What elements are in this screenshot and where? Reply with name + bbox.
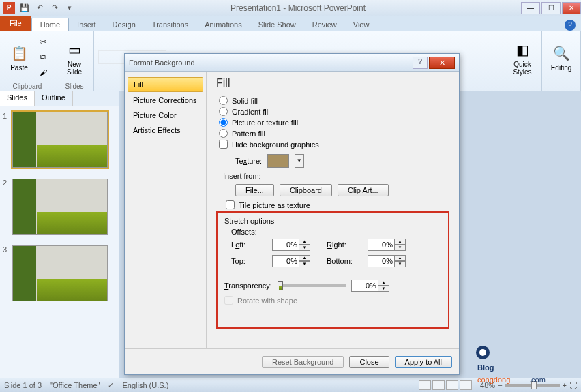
slide-thumbnail-1[interactable] xyxy=(12,112,108,168)
tab-slides-thumbnails[interactable]: Slides xyxy=(0,91,35,106)
nav-artistic-effects[interactable]: Artistic Effects xyxy=(128,123,203,137)
radio-pattern-fill[interactable] xyxy=(219,129,228,138)
insert-clipart-button[interactable]: Clip Art... xyxy=(338,184,389,196)
close-dialog-button[interactable]: Close xyxy=(349,356,389,368)
dialog-footer: Reset Background Close Apply to All xyxy=(125,348,459,374)
slideshow-view-icon[interactable] xyxy=(460,380,472,390)
offset-left-label: Left: xyxy=(231,241,265,249)
sorter-view-icon[interactable] xyxy=(432,380,445,390)
transparency-input[interactable] xyxy=(351,280,378,292)
new-slide-button[interactable]: ▭ New Slide xyxy=(59,37,89,77)
texture-swatch[interactable] xyxy=(267,154,289,168)
spin-up-icon[interactable]: ▲ xyxy=(378,280,389,286)
offset-bottom-input[interactable] xyxy=(368,255,395,267)
quick-styles-button[interactable]: ◧ Quick Styles xyxy=(507,37,537,77)
theme-name: "Office Theme" xyxy=(50,381,100,389)
maximize-button[interactable]: ☐ xyxy=(541,2,561,14)
normal-view-icon[interactable] xyxy=(419,380,431,390)
offset-left-input[interactable] xyxy=(272,239,299,251)
slide-counter: Slide 1 of 3 xyxy=(4,381,42,389)
dialog-titlebar[interactable]: Format Background ? ✕ xyxy=(125,54,459,72)
offset-right-input[interactable] xyxy=(368,239,395,251)
tab-home[interactable]: Home xyxy=(31,18,69,31)
paste-button[interactable]: 📋 Paste xyxy=(4,41,34,73)
zoom-in-icon[interactable]: + xyxy=(563,381,567,389)
group-drawing: ◧ Quick Styles xyxy=(503,31,542,91)
slide-thumbnail-2[interactable] xyxy=(12,179,108,235)
group-slides: ▭ New Slide Slides xyxy=(55,31,94,91)
spin-down-icon[interactable]: ▼ xyxy=(378,286,389,292)
quick-styles-icon: ◧ xyxy=(511,39,533,61)
new-slide-icon: ▭ xyxy=(63,39,85,61)
fill-heading: Fill xyxy=(216,77,449,89)
stretch-options-label: Stretch options xyxy=(224,217,444,225)
zoom-out-icon[interactable]: − xyxy=(498,381,502,389)
insert-clipboard-button[interactable]: Clipboard xyxy=(280,184,332,196)
save-icon[interactable]: 💾 xyxy=(18,2,31,14)
tab-design[interactable]: Design xyxy=(104,18,144,31)
status-bar: Slide 1 of 3 "Office Theme" ✓ English (U… xyxy=(0,378,581,392)
fit-window-icon[interactable]: ⛶ xyxy=(569,381,577,389)
copy-icon[interactable]: ⧉ xyxy=(35,50,50,64)
slide-thumbnail-3[interactable] xyxy=(12,245,108,301)
spin-down-icon[interactable]: ▼ xyxy=(395,261,406,267)
transparency-slider[interactable] xyxy=(278,284,346,287)
radio-solid-fill[interactable] xyxy=(219,96,228,105)
tab-outline[interactable]: Outline xyxy=(35,91,73,106)
help-icon[interactable]: ? xyxy=(565,20,576,31)
spin-up-icon[interactable]: ▲ xyxy=(299,255,310,261)
language-status[interactable]: English (U.S.) xyxy=(122,381,168,389)
spellcheck-icon[interactable]: ✓ xyxy=(108,381,114,390)
close-button[interactable]: ✕ xyxy=(562,2,581,14)
checkbox-hide-bg-graphics[interactable] xyxy=(219,140,228,149)
tab-animations[interactable]: Animations xyxy=(196,18,250,31)
undo-icon[interactable]: ↶ xyxy=(33,2,46,14)
spin-down-icon[interactable]: ▼ xyxy=(299,261,310,267)
nav-fill[interactable]: Fill xyxy=(128,77,203,92)
minimize-button[interactable]: — xyxy=(521,2,540,14)
spin-down-icon[interactable]: ▼ xyxy=(395,245,406,251)
zoom-slider[interactable] xyxy=(505,384,560,387)
cut-icon[interactable]: ✂ xyxy=(35,35,50,49)
tab-slideshow[interactable]: Slide Show xyxy=(250,18,304,31)
slide-panel: Slides Outline 1 2 3 xyxy=(0,91,119,378)
spin-up-icon[interactable]: ▲ xyxy=(395,255,406,261)
zoom-level: 48% xyxy=(480,381,495,389)
tab-file[interactable]: File xyxy=(0,16,31,31)
nav-picture-color[interactable]: Picture Color xyxy=(128,108,203,122)
tab-transitions[interactable]: Transitions xyxy=(144,18,196,31)
paste-icon: 📋 xyxy=(8,42,30,64)
format-painter-icon[interactable]: 🖌 xyxy=(35,65,50,79)
offset-bottom-label: Bottom: xyxy=(327,257,361,265)
radio-gradient-fill[interactable] xyxy=(219,107,228,116)
dialog-close-button[interactable]: ✕ xyxy=(429,57,455,69)
tab-view[interactable]: View xyxy=(345,18,378,31)
insert-file-button[interactable]: File... xyxy=(235,184,274,196)
quick-access-toolbar: 💾 ↶ ↷ ▾ xyxy=(18,2,76,14)
tab-insert[interactable]: Insert xyxy=(69,18,104,31)
tab-review[interactable]: Review xyxy=(304,18,345,31)
radio-picture-texture-fill[interactable] xyxy=(219,118,228,127)
format-background-dialog: Format Background ? ✕ Fill Picture Corre… xyxy=(124,53,460,375)
texture-dropdown-icon[interactable]: ▼ xyxy=(295,154,304,168)
dialog-help-button[interactable]: ? xyxy=(413,57,428,69)
reading-view-icon[interactable] xyxy=(446,380,458,390)
nav-picture-corrections[interactable]: Picture Corrections xyxy=(128,93,203,107)
spin-up-icon[interactable]: ▲ xyxy=(395,239,406,245)
qat-dropdown-icon[interactable]: ▾ xyxy=(63,2,76,14)
checkbox-tile-picture[interactable] xyxy=(226,200,235,209)
redo-icon[interactable]: ↷ xyxy=(48,2,61,14)
reset-background-button[interactable]: Reset Background xyxy=(262,356,344,368)
spin-up-icon[interactable]: ▲ xyxy=(299,239,310,245)
apply-to-all-button[interactable]: Apply to All xyxy=(395,356,452,368)
window-title: Presentation1 - Microsoft PowerPoint xyxy=(76,3,520,13)
ribbon-tabs: File Home Insert Design Transitions Anim… xyxy=(0,16,581,31)
texture-label: Texture: xyxy=(235,157,262,165)
editing-button[interactable]: 🔍 Editing xyxy=(546,41,576,73)
dialog-title: Format Background xyxy=(129,59,413,67)
offset-top-input[interactable] xyxy=(272,255,299,267)
stretch-options-highlight: Stretch options Offsets: Left: ▲▼ Right:… xyxy=(216,211,449,329)
spin-down-icon[interactable]: ▼ xyxy=(299,245,310,251)
group-clipboard: 📋 Paste ✂ ⧉ 🖌 Clipboard xyxy=(0,31,55,91)
offset-right-label: Right: xyxy=(327,241,361,249)
